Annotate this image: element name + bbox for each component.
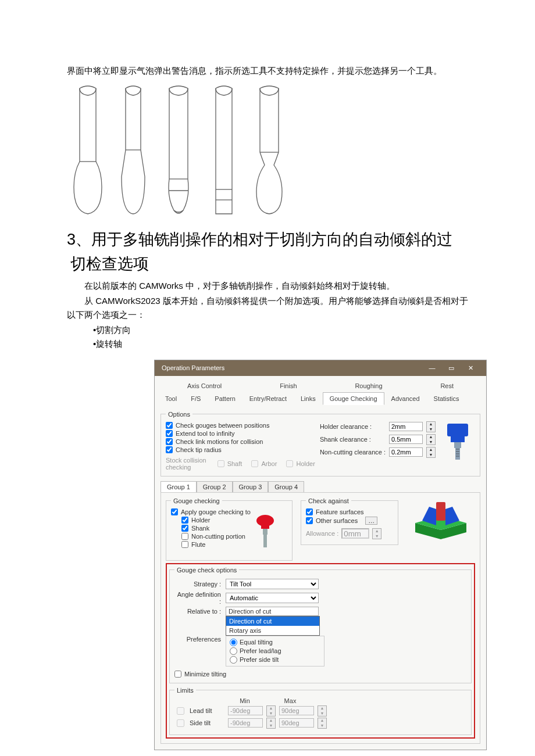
shank-clearance-input[interactable] [389,435,423,444]
lead-tilt-label: Lead tilt [190,707,224,714]
tab-rest[interactable]: Rest [433,379,461,392]
lens-tool-icon [158,84,199,222]
spinner: ▲▼ [266,705,276,716]
radio-prefer-side[interactable] [230,656,237,664]
chk-extend-infinity-label: Extend tool to infinity [176,430,235,437]
options-group: Options Check gouges between positions E… [160,411,480,476]
strategy-label: Strategy : [174,581,221,587]
gouge-options-legend: Gouge check options [174,567,239,574]
tab-tool[interactable]: Tool [158,392,184,405]
svg-rect-7 [447,424,468,436]
check-against-legend: Check against [306,497,351,504]
lead-tilt-min [228,706,263,715]
limits-min-header: Min [224,697,266,704]
relative-label: Relative to : [174,608,221,615]
chk-tip-radius[interactable] [166,446,173,453]
spinner[interactable]: ▲▼ [426,421,436,432]
radio-equal-tilting[interactable] [230,639,237,646]
chk-flute[interactable] [181,541,188,548]
tab-roughing[interactable]: Roughing [348,379,389,392]
chk-holder-sc-label: Holder [296,460,315,467]
subtab-group4[interactable]: Group 4 [268,481,304,492]
tool-holder-preview [440,421,475,463]
other-surf-button[interactable]: … [365,517,377,525]
tab-statistics[interactable]: Statistics [427,392,466,405]
dialog-titlebar: Operation Parameters — ▭ ✕ [155,360,486,376]
dd-item-direction-of-cut[interactable]: Direction of cut [226,617,319,626]
chk-holder[interactable] [181,517,188,524]
chk-noncutting[interactable] [181,533,188,540]
noncut-clearance-input[interactable] [389,447,423,457]
side-tilt-min [228,718,263,728]
maximize-icon[interactable]: ▭ [443,364,460,372]
angle-label: Angle definition : [174,591,221,605]
spinner[interactable]: ▲▼ [426,447,436,458]
strategy-select[interactable]: Tilt Tool [226,579,319,589]
chk-link-motions[interactable] [166,438,173,445]
chk-feature-surf-label: Feature surfaces [316,508,364,515]
operation-parameters-dialog: Operation Parameters — ▭ ✕ Axis Control … [154,360,487,750]
chk-shaft-label: Shaft [227,460,242,467]
chk-feature-surf[interactable] [306,508,313,515]
holder-clearance-input[interactable] [389,422,423,431]
subtab-group3[interactable]: Group 3 [233,481,269,492]
tab-gouge-checking[interactable]: Gouge Checking [323,392,384,405]
close-icon[interactable]: ✕ [462,364,479,372]
chk-gouges-between-label: Check gouges between positions [176,422,269,429]
tab-links[interactable]: Links [294,392,323,405]
spinner[interactable]: ▲▼ [426,434,436,445]
paragraph-1: 在以前版本的 CAMWorks 中，对于多轴铣削操作，自动倾斜始终相对于旋转轴。 [67,279,468,293]
chk-apply-gouge[interactable] [171,508,178,515]
chk-arbor [251,460,258,467]
chk-link-motions-label: Check link motions for collision [176,438,263,445]
check-against-group: Check against Feature surfaces Other sur… [301,497,398,545]
tab-pattern[interactable]: Pattern [208,392,242,405]
tab-row-1: Axis Control Finish Roughing Rest [155,376,486,392]
radio-prefer-side-label: Prefer side tilt [240,656,279,663]
dialog-title: Operation Parameters [162,364,224,371]
chk-gouges-between[interactable] [166,422,173,429]
spinner: ▲▼ [266,718,276,729]
relative-to-dropdown[interactable]: Direction of cut Direction of cut Rotary… [226,607,319,616]
spinner: ▲▼ [318,718,327,729]
stock-collision-label: Stock collision checking [166,457,210,471]
svg-rect-21 [436,502,445,521]
bullet-2: •旋转轴 [67,337,468,351]
tool-silhouettes [67,84,468,222]
dd-item-rotary-axis[interactable]: Rotary axis [226,626,319,635]
preferences-label: Preferences [174,636,221,643]
chk-shaft [217,460,224,467]
radio-prefer-lead[interactable] [230,647,237,655]
subtab-group2[interactable]: Group 2 [197,481,233,492]
minimize-icon[interactable]: — [423,364,441,371]
chk-other-surf[interactable] [306,517,313,524]
chk-lead-tilt [177,707,184,715]
tab-axis-control[interactable]: Axis Control [180,379,229,392]
tab-entry[interactable]: Entry/Retract [242,392,294,405]
group-subtabs: Group 1 Group 2 Group 3 Group 4 [160,481,480,492]
cylinder-tool-icon [203,84,245,222]
limits-group: Limits Min Max Lead tilt ▲▼ [169,687,472,735]
chk-holder-label: Holder [191,517,210,524]
gouge-checking-group: Gouge checking Apply gouge checking to H… [166,497,293,561]
tab-finish[interactable]: Finish [273,379,304,392]
spinner: ▲▼ [372,528,381,539]
paragraph-2: 从 CAMWorkS2023 版本开始，自动倾斜将提供一个附加选项。用户将能够选… [67,294,468,322]
side-tilt-label: Side tilt [190,719,224,726]
chk-shank[interactable] [181,525,188,532]
chk-minimize-tilting[interactable] [174,671,181,678]
clearance-table: Holder clearance : ▲▼ Shank clearance : … [320,421,436,458]
subtab-group1[interactable]: Group 1 [160,481,197,492]
chk-apply-gouge-label: Apply gouge checking to [181,508,251,515]
tab-advanced[interactable]: Advanced [384,392,427,405]
chk-minimize-tilting-label: Minimize tilting [184,671,226,678]
angle-select[interactable]: Automatic [226,593,319,603]
tab-fs[interactable]: F/S [184,392,208,405]
intro-text: 界面中将立即显示气泡弹出警告消息，指示所选工具不支持特定操作，并提示您选择另一个… [67,64,468,78]
limits-legend: Limits [174,687,196,694]
gouge-check-options-group: Gouge check options Strategy : Tilt Tool… [169,567,472,683]
side-tilt-max [279,718,314,728]
chk-extend-infinity[interactable] [166,430,173,437]
svg-rect-18 [263,535,267,547]
options-legend: Options [166,411,192,418]
